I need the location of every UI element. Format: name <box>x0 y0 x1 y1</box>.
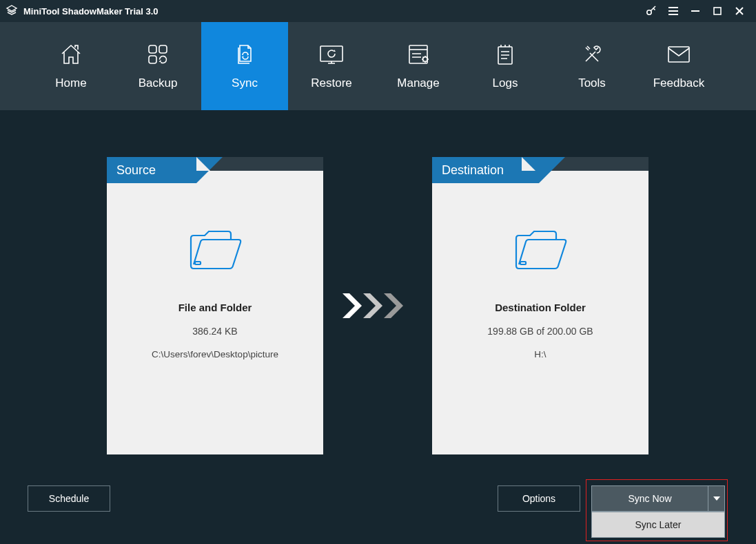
source-header: Source <box>107 157 323 183</box>
svg-rect-9 <box>668 47 689 62</box>
tools-icon <box>579 42 605 67</box>
svg-point-0 <box>647 10 651 14</box>
nav-logs[interactable]: Logs <box>462 22 549 110</box>
nav-label: Restore <box>311 76 352 90</box>
nav-restore[interactable]: Restore <box>288 22 375 110</box>
nav-label: Logs <box>493 76 518 90</box>
titlebar: MiniTool ShadowMaker Trial 3.0 <box>0 0 756 22</box>
arrow-icon <box>341 291 417 321</box>
nav-home[interactable]: Home <box>28 22 114 110</box>
nav-label: Manage <box>397 76 439 90</box>
nav-feedback[interactable]: Feedback <box>635 22 722 110</box>
navbar: Home Backup Sync Restore Manage Logs T <box>0 22 756 110</box>
nav-label: Sync <box>232 76 258 90</box>
main-area: Source File and Folder 386.24 KB C:\User… <box>0 110 756 544</box>
feedback-icon <box>665 42 693 67</box>
destination-size: 199.88 GB of 200.00 GB <box>487 326 593 337</box>
manage-icon <box>405 42 432 67</box>
svg-rect-11 <box>520 262 526 264</box>
close-button[interactable] <box>728 0 750 22</box>
sync-icon <box>232 42 258 67</box>
source-header-label: Source <box>116 163 156 178</box>
source-title: File and Folder <box>178 302 252 313</box>
menu-icon[interactable] <box>662 0 684 22</box>
svg-rect-2 <box>149 45 156 53</box>
svg-rect-6 <box>409 45 427 63</box>
svg-rect-10 <box>195 262 201 264</box>
minimize-button[interactable] <box>684 0 706 22</box>
key-icon[interactable] <box>640 0 662 22</box>
app-title: MiniTool ShadowMaker Trial 3.0 <box>23 6 159 17</box>
logs-icon <box>493 42 517 67</box>
maximize-button[interactable] <box>706 0 728 22</box>
restore-icon <box>316 42 347 67</box>
nav-label: Tools <box>578 76 606 90</box>
sync-later-label: Sync Later <box>635 519 682 530</box>
home-icon <box>58 42 84 67</box>
nav-label: Backup <box>139 76 178 90</box>
destination-header: Destination <box>432 157 648 183</box>
svg-rect-5 <box>320 46 343 61</box>
destination-card[interactable]: Destination Destination Folder 199.88 GB… <box>432 157 648 454</box>
nav-label: Feedback <box>653 76 705 90</box>
source-card[interactable]: Source File and Folder 386.24 KB C:\User… <box>107 157 323 454</box>
sync-now-label: Sync Now <box>628 493 671 504</box>
svg-rect-3 <box>159 45 167 53</box>
source-path: C:\Users\forev\Desktop\picture <box>152 349 278 359</box>
destination-title: Destination Folder <box>495 302 586 313</box>
nav-manage[interactable]: Manage <box>375 22 462 110</box>
folder-icon <box>511 224 570 274</box>
schedule-label: Schedule <box>49 493 89 504</box>
nav-tools[interactable]: Tools <box>549 22 635 110</box>
options-label: Options <box>522 493 555 504</box>
destination-path: H:\ <box>534 349 546 359</box>
sync-later-option[interactable]: Sync Later <box>591 512 725 538</box>
options-button[interactable]: Options <box>498 485 580 512</box>
schedule-button[interactable]: Schedule <box>28 485 110 512</box>
syncnow-dropdown-highlight: Sync Now Sync Later <box>586 479 728 541</box>
nav-backup[interactable]: Backup <box>114 22 201 110</box>
nav-sync[interactable]: Sync <box>201 22 288 110</box>
app-logo-icon <box>6 5 18 17</box>
source-size: 386.24 KB <box>192 326 237 337</box>
caret-down-icon <box>713 496 720 501</box>
destination-header-label: Destination <box>442 163 504 178</box>
folder-icon <box>185 224 245 274</box>
svg-rect-4 <box>149 56 156 63</box>
sync-now-dropdown-toggle[interactable] <box>708 485 725 512</box>
svg-rect-1 <box>714 8 721 14</box>
backup-icon <box>145 42 171 67</box>
sync-now-button[interactable]: Sync Now <box>591 485 708 512</box>
nav-label: Home <box>55 76 86 90</box>
